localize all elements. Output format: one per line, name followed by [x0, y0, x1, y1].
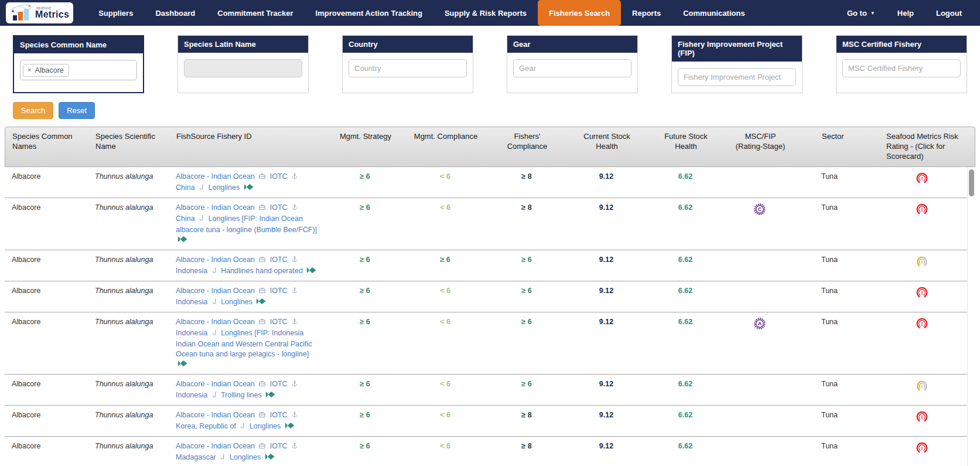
cell-mgmt-strategy: ≥ 6 — [326, 437, 404, 466]
briefcase-icon — [258, 442, 266, 453]
fishsource-profile-icon[interactable] — [306, 266, 316, 277]
risk-rating-icon-red[interactable]: ! — [915, 441, 929, 455]
cell-future-stock-health: 6.62 — [646, 312, 725, 374]
fishery-link[interactable]: Albacore - Indian Ocean IOTC Madagascar … — [176, 442, 300, 461]
fishsource-profile-icon[interactable] — [265, 390, 275, 402]
filter-country-input[interactable] — [349, 59, 467, 77]
nav-item-improvement-action-tracking[interactable]: Improvement Action Tracking — [305, 0, 433, 26]
briefcase-icon — [258, 172, 266, 183]
cell-future-stock-health: 6.62 — [646, 250, 725, 281]
filter-actions: Search Reset — [0, 93, 980, 119]
nav-item-logout[interactable]: Logout — [925, 0, 973, 26]
filter-species-common-name-input[interactable]: ×Albacore — [20, 60, 137, 80]
filter-box-species-latin-name: Species Latin Name — [177, 35, 309, 93]
fishsource-profile-icon[interactable] — [265, 453, 275, 464]
cell-mgmt-strategy: ≥ 6 — [326, 375, 404, 405]
svg-text:!: ! — [921, 207, 923, 213]
sector: Tuna — [794, 312, 879, 374]
reset-button[interactable]: Reset — [59, 102, 95, 119]
hook-icon — [211, 391, 217, 402]
fishsource-profile-icon[interactable] — [285, 421, 295, 433]
fishsource-fishery-id: Albacore - Indian Ocean IOTC Indonesia L… — [169, 312, 326, 374]
fishsource-fishery-id: Albacore - Indian Ocean IOTC China Longl… — [169, 198, 326, 250]
column-header-sector: Sector — [795, 127, 879, 166]
fishsource-fishery-id: Albacore - Indian Ocean IOTC Indonesia H… — [169, 250, 326, 281]
species-common-name: Albacore — [5, 167, 88, 198]
cell-fishers-compliance: ≥ 8 — [486, 167, 567, 198]
nav-item-go-to[interactable]: Go to▼ — [836, 0, 886, 26]
cell-risk-rating: ! — [879, 250, 965, 281]
anchor-icon — [291, 172, 298, 183]
fishsource-profile-icon[interactable] — [256, 297, 266, 308]
risk-rating-icon-yellow[interactable]: ! — [915, 255, 929, 269]
risk-rating-icon-red[interactable]: ! — [915, 317, 929, 331]
cell-mgmt-strategy: ≥ 6 — [326, 312, 404, 374]
fishery-link[interactable]: Albacore - Indian Ocean IOTC Indonesia L… — [176, 318, 312, 368]
risk-rating-icon-yellow[interactable]: ! — [915, 379, 929, 393]
fishery-link[interactable]: Albacore - Indian Ocean IOTC Indonesia H… — [176, 256, 318, 275]
fishery-link[interactable]: Albacore - Indian Ocean IOTC China Longl… — [176, 172, 300, 192]
sector: Tuna — [794, 437, 879, 466]
filter-box-country: Country — [342, 35, 473, 93]
risk-rating-icon-red[interactable]: ! — [915, 203, 929, 217]
cell-mgmt-compliance: < 6 — [404, 437, 486, 466]
hook-icon — [199, 215, 204, 225]
filter-gear-input[interactable] — [513, 59, 631, 77]
cell-msc-fip-rating: A — [725, 312, 794, 374]
fishsource-profile-icon[interactable] — [177, 359, 187, 370]
species-common-name: Albacore — [5, 281, 88, 312]
top-navbar: seafood Metrics SuppliersDashboardCommit… — [0, 0, 980, 26]
cell-mgmt-compliance: < 6 — [404, 198, 486, 250]
species-scientific-name: Thunnus alalunga — [88, 250, 169, 281]
cell-mgmt-compliance: < 6 — [404, 312, 486, 374]
filter-fishery-improvement-project-fip-input[interactable] — [678, 68, 796, 86]
cell-fishers-compliance: ≥ 6 — [486, 250, 567, 281]
mgmt-strategy-value: ≥ 6 — [360, 203, 370, 212]
nav-item-commitment-tracker[interactable]: Commitment Tracker — [206, 0, 304, 26]
remove-tag-icon[interactable]: × — [28, 67, 31, 73]
cell-future-stock-health: 6.62 — [646, 167, 725, 198]
risk-rating-icon-red[interactable]: ! — [915, 172, 929, 186]
table-scrollbar-thumb[interactable] — [969, 169, 974, 196]
hook-icon — [211, 298, 217, 308]
svg-text:!: ! — [921, 414, 923, 420]
current-stock-health-value: 9.12 — [599, 256, 613, 264]
filter-msc-certified-fishery-input[interactable] — [842, 59, 961, 77]
fishsource-profile-icon[interactable] — [177, 235, 187, 246]
svg-text:!: ! — [921, 176, 923, 182]
column-header-fishsource-fishery-id: FishSource Fishery ID — [169, 127, 326, 166]
cell-risk-rating: ! — [879, 375, 965, 405]
nav-item-help[interactable]: Help — [886, 0, 925, 26]
search-button[interactable]: Search — [13, 102, 53, 119]
fip-stage-icon-a[interactable]: A — [753, 317, 766, 330]
fishery-link[interactable]: Albacore - Indian Ocean IOTC Indonesia L… — [176, 287, 300, 306]
risk-rating-icon-red[interactable]: ! — [915, 410, 929, 424]
app-logo[interactable]: seafood Metrics — [6, 2, 73, 23]
fishery-link[interactable]: Albacore - Indian Ocean IOTC Korea, Repu… — [176, 411, 300, 430]
hook-icon — [211, 267, 217, 277]
nav-item-suppliers[interactable]: Suppliers — [87, 0, 144, 26]
nav-item-supply-risk-reports[interactable]: Supply & Risk Reports — [433, 0, 538, 26]
cell-future-stock-health: 6.62 — [646, 281, 725, 312]
nav-item-reports[interactable]: Reports — [621, 0, 672, 26]
nav-item-communications[interactable]: Communications — [672, 0, 756, 26]
table-scrollbar[interactable] — [967, 167, 975, 466]
anchor-icon — [291, 256, 298, 266]
future-stock-health-value: 6.62 — [678, 287, 692, 295]
nav-item-fisheries-search[interactable]: Fisheries Search — [538, 0, 621, 26]
fishsource-profile-icon[interactable] — [244, 183, 254, 194]
cell-future-stock-health: 6.62 — [646, 198, 725, 250]
mgmt-compliance-value: < 6 — [440, 172, 450, 181]
fishery-link[interactable]: Albacore - Indian Ocean IOTC Indonesia T… — [176, 380, 300, 399]
anchor-icon — [291, 380, 298, 390]
risk-rating-icon-red[interactable]: ! — [915, 286, 929, 300]
filter-title-species-common-name: Species Common Name — [14, 36, 143, 53]
filter-title-fishery-improvement-project-fip: Fishery Improvement Project (FIP) — [672, 36, 802, 62]
cell-msc-fip-rating — [725, 250, 794, 281]
species-common-name: Albacore — [5, 198, 88, 250]
fip-stage-icon-c[interactable]: C — [753, 203, 766, 216]
fishery-link[interactable]: Albacore - Indian Ocean IOTC China Longl… — [176, 203, 317, 244]
column-header-msc-fip-rating-stage: MSC/FIP (Rating-Stage) — [726, 127, 795, 166]
cell-fishers-compliance: ≥ 8 — [486, 198, 567, 250]
nav-item-dashboard[interactable]: Dashboard — [144, 0, 206, 26]
